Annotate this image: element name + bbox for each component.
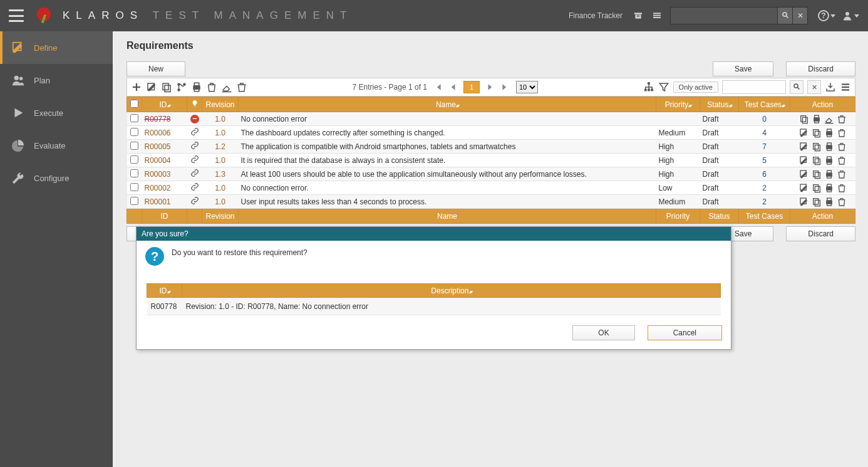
edit-icon[interactable] — [799, 183, 809, 193]
global-search-clear[interactable]: ✕ — [793, 7, 808, 24]
print-icon[interactable] — [812, 114, 822, 124]
print-icon[interactable] — [824, 169, 834, 179]
requirement-id-link[interactable]: R00003 — [145, 170, 171, 179]
new-button[interactable]: New — [127, 61, 185, 76]
filter-icon[interactable] — [658, 81, 669, 93]
trash-icon[interactable] — [837, 183, 847, 193]
requirement-id-link[interactable]: R00005 — [145, 142, 171, 151]
select-all-checkbox[interactable] — [130, 100, 138, 108]
row-checkbox[interactable] — [130, 128, 138, 136]
testcases-link[interactable]: 7 — [762, 142, 767, 151]
trash-icon[interactable] — [837, 197, 847, 207]
last-page-icon[interactable] — [501, 83, 510, 92]
help-menu[interactable]: ? — [818, 10, 835, 21]
row-checkbox[interactable] — [130, 142, 138, 150]
copy-icon[interactable] — [812, 183, 822, 193]
sidebar-item-evaluate[interactable]: Evaluate — [0, 129, 113, 162]
print-icon[interactable] — [824, 142, 834, 152]
column-status[interactable]: Status — [700, 97, 739, 112]
dialog-ok-button[interactable]: OK — [572, 325, 634, 340]
export-icon[interactable] — [825, 81, 836, 93]
column-revision[interactable]: Revision — [202, 97, 239, 112]
row-checkbox[interactable] — [130, 183, 138, 191]
revision-link[interactable]: 1.0 — [215, 156, 225, 165]
discard-button-bottom[interactable]: Discard — [786, 226, 855, 241]
requirement-id-link[interactable]: R00002 — [145, 184, 171, 192]
branch-icon[interactable] — [176, 81, 187, 93]
dialog-column-id[interactable]: ID — [147, 284, 182, 298]
menu-toggle-icon[interactable] — [9, 9, 24, 22]
copy-icon[interactable] — [812, 128, 822, 138]
list-icon[interactable] — [651, 10, 663, 21]
column-testcases[interactable]: Test Cases — [739, 97, 790, 112]
restore-icon[interactable] — [824, 114, 834, 124]
trash-icon[interactable] — [837, 142, 847, 152]
save-button[interactable]: Save — [713, 61, 773, 76]
first-page-icon[interactable] — [433, 83, 442, 92]
requirement-id-link[interactable]: R00004 — [145, 156, 171, 165]
print-icon[interactable] — [824, 128, 834, 138]
testcases-link[interactable]: 5 — [762, 156, 767, 165]
revision-link[interactable]: 1.0 — [215, 115, 225, 123]
row-checkbox[interactable] — [130, 169, 138, 177]
revision-link[interactable]: 1.3 — [215, 170, 225, 179]
page-size-select[interactable]: 10 — [516, 81, 538, 93]
hierarchy-icon[interactable] — [643, 81, 654, 93]
quick-filter-clear-button[interactable]: ✕ — [807, 80, 821, 94]
global-search-input[interactable] — [670, 7, 778, 24]
column-id[interactable]: ID — [142, 97, 187, 112]
sidebar-item-define[interactable]: Define — [0, 31, 113, 64]
revision-link[interactable]: 1.0 — [215, 197, 225, 206]
trash-icon[interactable] — [837, 128, 847, 138]
copy-icon[interactable] — [161, 81, 172, 93]
page-input[interactable] — [463, 81, 480, 93]
trash-icon[interactable] — [837, 169, 847, 179]
edit-icon[interactable] — [799, 155, 809, 165]
row-checkbox[interactable] — [130, 155, 138, 164]
print-icon[interactable] — [191, 81, 202, 93]
column-link[interactable] — [187, 97, 202, 112]
print-icon[interactable] — [824, 155, 834, 165]
bulk-edit-icon[interactable] — [146, 81, 157, 93]
testcases-link[interactable]: 0 — [762, 115, 767, 123]
testcases-link[interactable]: 2 — [762, 197, 767, 206]
add-icon[interactable] — [131, 81, 142, 93]
quick-filter-search-button[interactable] — [790, 80, 803, 94]
testcases-link[interactable]: 6 — [762, 170, 767, 179]
archive-icon[interactable] — [633, 10, 644, 21]
requirement-id-link[interactable]: R00778 — [145, 115, 171, 123]
edit-icon[interactable] — [799, 142, 809, 152]
edit-icon[interactable] — [799, 128, 809, 138]
revision-link[interactable]: 1.0 — [215, 184, 225, 192]
print-icon[interactable] — [824, 197, 834, 207]
discard-button[interactable]: Discard — [786, 61, 855, 76]
column-name[interactable]: Name — [239, 97, 656, 112]
print-icon[interactable] — [824, 183, 834, 193]
erase-icon[interactable] — [221, 81, 232, 93]
requirement-id-link[interactable]: R00001 — [145, 197, 171, 206]
global-search-button[interactable] — [778, 7, 793, 24]
dialog-column-description[interactable]: Description — [182, 284, 721, 298]
testcases-link[interactable]: 2 — [762, 184, 767, 192]
user-menu[interactable] — [842, 10, 859, 21]
trash-icon[interactable] — [206, 81, 217, 93]
revision-link[interactable]: 1.2 — [215, 142, 225, 151]
purge-icon[interactable] — [236, 81, 247, 93]
copy-icon[interactable] — [812, 169, 822, 179]
row-checkbox[interactable] — [130, 197, 138, 205]
dialog-cancel-button[interactable]: Cancel — [648, 325, 722, 340]
copy-icon[interactable] — [799, 114, 809, 124]
purge-icon[interactable] — [837, 114, 847, 124]
sidebar-item-configure[interactable]: Configure — [0, 162, 113, 194]
row-checkbox[interactable] — [130, 114, 138, 122]
filter-mode-label[interactable]: Only active — [673, 81, 718, 93]
trash-icon[interactable] — [837, 155, 847, 165]
column-priority[interactable]: Priority — [656, 97, 700, 112]
copy-icon[interactable] — [812, 142, 822, 152]
columns-menu-icon[interactable] — [840, 81, 851, 93]
prev-page-icon[interactable] — [448, 83, 457, 92]
edit-icon[interactable] — [799, 169, 809, 179]
copy-icon[interactable] — [812, 197, 822, 207]
next-page-icon[interactable] — [486, 83, 495, 92]
quick-filter-input[interactable] — [722, 80, 786, 94]
